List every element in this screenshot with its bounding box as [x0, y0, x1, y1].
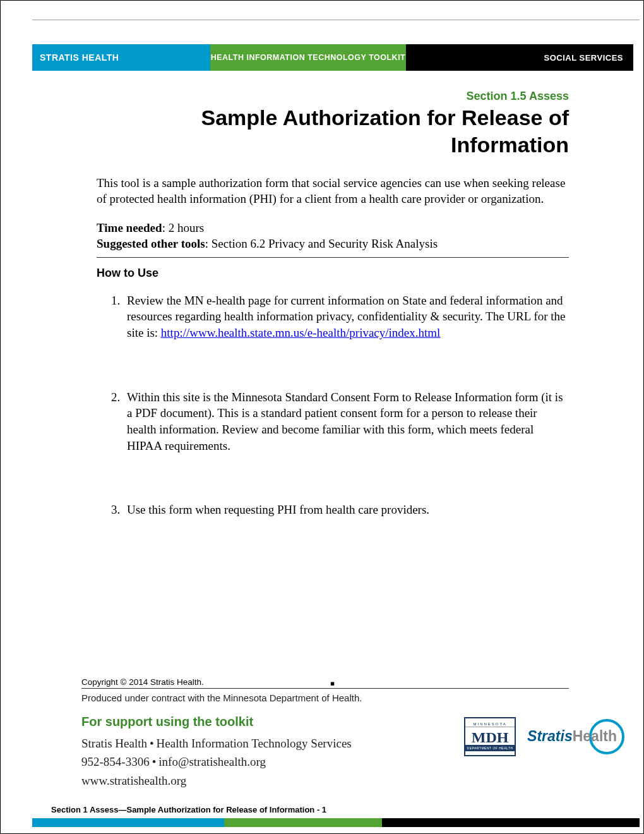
header-toolkit: HEALTH INFORMATION TECHNOLOGY TOOLKIT — [210, 44, 406, 71]
intro-paragraph: This tool is a sample authorization form… — [97, 176, 569, 207]
stratis-logo: StratisHealth — [527, 719, 624, 754]
page-footer-label: Section 1 Assess—Sample Authorization fo… — [1, 790, 643, 818]
step-3-text: Use this form when requesting PHI from h… — [127, 503, 429, 516]
support-org: Stratis Health — [81, 737, 147, 750]
produced-text: Produced under contract with the Minneso… — [1, 689, 643, 703]
bottom-bar-black — [382, 818, 640, 827]
bullet-icon: • — [147, 737, 157, 750]
page-title: Sample Authorization for Release of Info… — [97, 104, 569, 158]
support-email: info@stratishealth.org — [158, 755, 266, 768]
support-line-2: 952-854-3306•info@stratishealth.org — [81, 752, 352, 771]
stratis-word1: Stratis — [527, 728, 573, 744]
footer-region: Copyright © 2014 Stratis Health. ▪ Produ… — [1, 677, 643, 827]
support-service: Health Information Technology Services — [157, 737, 352, 750]
square-bullet-icon: ▪ — [330, 680, 335, 687]
divider — [97, 257, 569, 258]
header-bar: STRATIS HEALTH HEALTH INFORMATION TECHNO… — [32, 44, 633, 71]
tools-label: Suggested other tools — [97, 237, 205, 250]
copyright-row: Copyright © 2014 Stratis Health. ▪ — [81, 677, 569, 689]
step-2-text: Within this site is the Minnesota Standa… — [127, 390, 563, 452]
mdh-top-label: MINNESOTA — [465, 722, 515, 727]
section-label: Section 1.5 Assess — [97, 90, 569, 103]
mdh-logo: MINNESOTA MDH DEPARTMENT OF HEALTH — [464, 717, 516, 756]
stratis-word2: Health — [573, 728, 617, 744]
bottom-bar-green — [224, 818, 382, 827]
howto-heading: How to Use — [97, 267, 569, 280]
bottom-bar-blue — [32, 818, 224, 827]
time-label: Time needed — [97, 221, 162, 234]
support-block: For support using the toolkit Stratis He… — [1, 703, 643, 790]
support-info: For support using the toolkit Stratis He… — [81, 712, 352, 790]
suggested-tools: Suggested other tools: Section 6.2 Priva… — [97, 236, 569, 252]
meta-block: Time needed: 2 hours Suggested other too… — [97, 221, 569, 251]
support-phone: 952-854-3306 — [81, 755, 150, 768]
bullet-icon: • — [150, 755, 159, 768]
step-2: Within this site is the Minnesota Standa… — [123, 389, 569, 454]
content-area: Section 1.5 Assess Sample Authorization … — [1, 71, 643, 518]
support-url: www.stratishealth.org — [81, 771, 352, 790]
tools-value: : Section 6.2 Privacy and Security Risk … — [205, 237, 438, 250]
header-category: SOCIAL SERVICES — [406, 44, 633, 71]
support-line-1: Stratis Health•Health Information Techno… — [81, 734, 352, 752]
time-value: : 2 hours — [162, 221, 205, 234]
ehealth-link[interactable]: http://www.health.state.mn.us/e-health/p… — [161, 326, 441, 339]
support-title: For support using the toolkit — [81, 712, 352, 732]
step-1: Review the MN e-health page for current … — [123, 293, 569, 341]
mdh-main-text: MDH — [472, 727, 509, 745]
header-brand: STRATIS HEALTH — [32, 44, 210, 71]
copyright-text: Copyright © 2014 Stratis Health. — [81, 677, 204, 687]
time-needed: Time needed: 2 hours — [97, 221, 569, 236]
logos: MINNESOTA MDH DEPARTMENT OF HEALTH Strat… — [464, 712, 624, 756]
mdh-bottom-label: DEPARTMENT OF HEALTH — [465, 745, 515, 751]
step-3: Use this form when requesting PHI from h… — [123, 502, 569, 518]
top-divider — [32, 20, 640, 20]
document-page: STRATIS HEALTH HEALTH INFORMATION TECHNO… — [0, 0, 644, 834]
stratis-logo-text: StratisHealth — [527, 728, 617, 745]
bottom-bar — [32, 818, 640, 827]
steps-list: Review the MN e-health page for current … — [97, 293, 569, 518]
